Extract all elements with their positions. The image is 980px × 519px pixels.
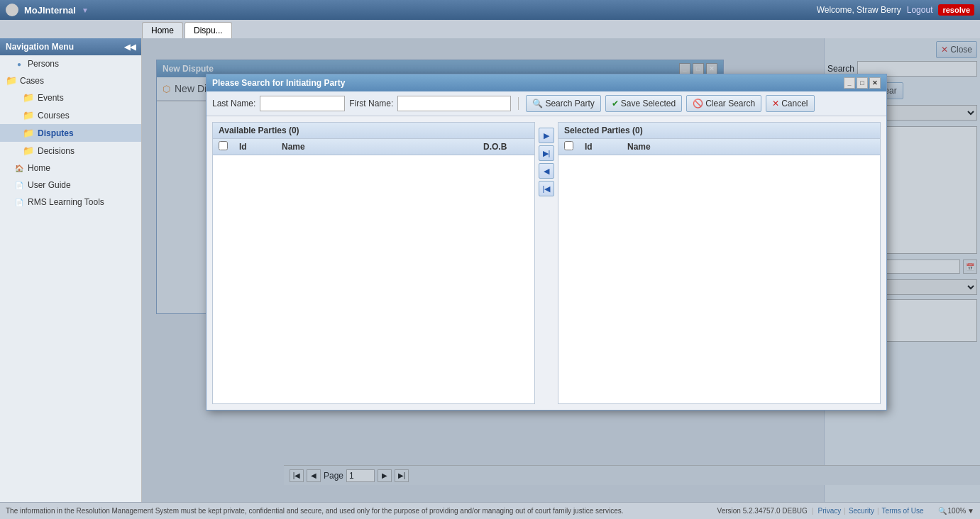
main-layout: Navigation Menu ◀◀ ● Persons 📁 Cases 📁 E…: [0, 38, 980, 502]
app-logo: [6, 4, 18, 16]
selected-select-all-checkbox[interactable]: [564, 141, 573, 150]
folder-icon-disputes: 📁: [23, 128, 34, 138]
first-name-input[interactable]: [397, 96, 511, 111]
transfer-buttons-col: ▶ ▶| ◀ |◀: [535, 122, 558, 404]
sep3: |: [877, 507, 879, 515]
folder-icon-courses: 📁: [23, 110, 34, 121]
search-party-button[interactable]: 🔍 Search Party: [526, 95, 600, 112]
top-bar-left: MoJInternal ▼: [6, 4, 89, 16]
zoom-level: 100%: [948, 507, 967, 515]
top-bar: MoJInternal ▼ Welcome, Straw Berry Logou…: [0, 0, 980, 20]
available-id-header: Id: [233, 139, 276, 155]
available-parties-header: Available Parties (0): [213, 123, 534, 139]
cancel-icon: ✕: [772, 99, 779, 108]
sidebar-title: Navigation Menu: [6, 42, 74, 52]
sidebar-item-user-guide[interactable]: 📄 User Guide: [0, 177, 141, 194]
home-icon: 🏠: [14, 163, 24, 173]
sep1: |: [812, 507, 814, 515]
modal-body: Available Parties (0) Id: [207, 116, 886, 410]
selected-checkbox-header: [558, 139, 579, 155]
search-icon: 🔍: [532, 99, 543, 108]
transfer-right-all-btn[interactable]: ▶|: [539, 145, 554, 161]
zoom-icon: 🔍: [938, 507, 947, 515]
transfer-left-all-btn[interactable]: |◀: [539, 181, 554, 196]
sidebar-item-events[interactable]: 📁 Events: [0, 89, 141, 106]
status-privacy-text: The information in the Resolution Manage…: [6, 507, 706, 515]
first-name-label: First Name:: [349, 99, 393, 108]
sidebar-item-cases[interactable]: 📁 Cases: [0, 72, 141, 89]
logout-link[interactable]: Logout: [907, 5, 933, 15]
app-menu-arrow[interactable]: ▼: [82, 6, 89, 14]
selected-parties-empty-area: [558, 155, 880, 403]
folder-icon-decisions: 📁: [23, 145, 34, 156]
selected-parties-header-row: Id Name: [558, 139, 880, 155]
selected-id-header: Id: [579, 139, 622, 155]
selected-name-header: Name: [622, 139, 880, 155]
folder-icon-events: 📁: [23, 92, 34, 103]
clear-search-icon: 🚫: [693, 99, 703, 108]
modal-title: Please Search for Initiating Party: [212, 78, 345, 88]
tab-disputes[interactable]: Dispu...: [185, 22, 232, 38]
sep2: |: [844, 507, 846, 515]
available-name-header: Name: [276, 139, 478, 155]
nav-tabs: Home Dispu...: [0, 20, 980, 38]
tab-home[interactable]: Home: [142, 22, 183, 38]
separator-1: [518, 97, 519, 110]
sidebar-item-decisions[interactable]: 📁 Decisions: [0, 142, 141, 160]
status-bar: The information in the Resolution Manage…: [0, 502, 980, 519]
selected-parties-table: Id Name: [558, 139, 880, 155]
modal-titlebar: Please Search for Initiating Party _ □ ✕: [207, 74, 886, 91]
doc-icon-rms: 📄: [14, 197, 24, 207]
sidebar-item-disputes[interactable]: 📁 Disputes: [0, 124, 141, 142]
sidebar-item-courses[interactable]: 📁 Courses: [0, 106, 141, 124]
save-selected-button[interactable]: ✔ Save Selected: [605, 95, 682, 112]
sidebar-header: Navigation Menu ◀◀: [0, 38, 141, 55]
terms-link[interactable]: Terms of Use: [882, 507, 924, 515]
clear-search-button[interactable]: 🚫 Clear Search: [686, 95, 761, 112]
sidebar-collapse-icon[interactable]: ◀◀: [124, 43, 136, 52]
content-area: New Dispute _ □ ✕ ⬡ New Dispute ✔ Save ✕…: [142, 38, 980, 502]
security-link[interactable]: Security: [849, 507, 874, 515]
transfer-left-btn[interactable]: ◀: [539, 163, 554, 179]
zoom-dropdown-icon[interactable]: ▼: [967, 507, 974, 515]
available-parties-table: Id Name D.O.B: [213, 139, 534, 155]
privacy-link[interactable]: Privacy: [817, 507, 841, 515]
modal-controls: _ □ ✕: [844, 77, 881, 89]
sidebar: Navigation Menu ◀◀ ● Persons 📁 Cases 📁 E…: [0, 38, 142, 502]
available-parties-panel: Available Parties (0) Id: [212, 122, 535, 404]
selected-parties-panel: Selected Parties (0) Id: [558, 122, 881, 404]
sidebar-item-persons[interactable]: ● Persons: [0, 55, 141, 72]
available-checkbox-header: [213, 139, 233, 155]
available-dob-header: D.O.B: [478, 139, 534, 155]
status-version: Version 5.2.34757.0 DEBUG: [717, 507, 808, 515]
modal-close-btn[interactable]: ✕: [869, 77, 881, 89]
modal-minimize-btn[interactable]: _: [844, 77, 855, 89]
top-bar-right: Welcome, Straw Berry Logout resolve: [817, 4, 974, 16]
person-icon: ●: [14, 59, 24, 69]
sidebar-item-home[interactable]: 🏠 Home: [0, 160, 141, 177]
available-parties-header-row: Id Name D.O.B: [213, 139, 534, 155]
modal-maximize-btn[interactable]: □: [857, 77, 868, 89]
transfer-right-btn[interactable]: ▶: [539, 128, 554, 143]
app-name: MoJInternal: [24, 5, 76, 16]
user-welcome: Welcome, Straw Berry: [817, 5, 901, 15]
save-selected-icon: ✔: [612, 99, 619, 108]
folder-icon: 📁: [6, 75, 17, 86]
cancel-button[interactable]: ✕ Cancel: [766, 95, 814, 112]
selected-parties-header: Selected Parties (0): [558, 123, 880, 139]
last-name-label: Last Name:: [212, 99, 255, 108]
search-party-modal: Please Search for Initiating Party _ □ ✕…: [206, 74, 887, 411]
sidebar-item-rms-tools[interactable]: 📄 RMS Learning Tools: [0, 194, 141, 211]
doc-icon: 📄: [14, 180, 24, 190]
available-select-all-checkbox[interactable]: [219, 141, 228, 150]
available-parties-empty-area: [213, 155, 534, 403]
last-name-input[interactable]: [260, 96, 345, 111]
modal-toolbar: Last Name: First Name: 🔍 Search Party ✔ …: [207, 91, 886, 116]
resolve-logo: resolve: [938, 4, 974, 16]
